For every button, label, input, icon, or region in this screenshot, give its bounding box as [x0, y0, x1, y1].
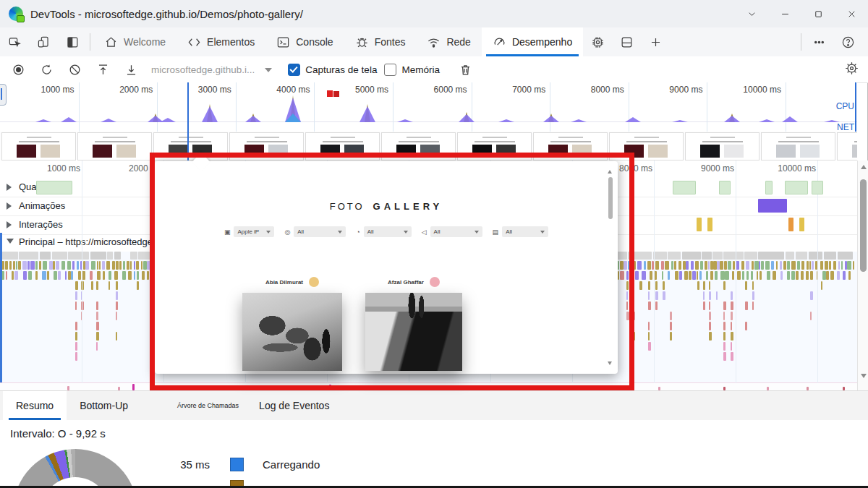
flame-bar	[119, 261, 122, 270]
flame-bar	[847, 261, 851, 270]
more-tools-add-button[interactable]	[641, 27, 670, 56]
scrollbar-thumb[interactable]	[860, 179, 867, 272]
decor	[399, 141, 439, 142]
flame-bar	[130, 261, 132, 270]
tab-welcome[interactable]: Welcome	[93, 27, 176, 56]
task-bar	[682, 252, 701, 260]
filter-icon: ▣	[224, 228, 231, 236]
flame-bar	[752, 261, 754, 270]
filmstrip-thumbnail[interactable]	[229, 132, 304, 160]
tab-summary[interactable]: Resumo	[3, 391, 67, 420]
expand-arrow-icon[interactable]	[7, 184, 12, 191]
flame-bar	[85, 261, 89, 270]
flame-bar	[809, 261, 812, 270]
inspect-element-button[interactable]	[0, 27, 29, 56]
timeline-overview[interactable]: CPU NET 1000 ms2000 ms3000 ms4000 ms5000…	[0, 82, 857, 132]
close-button[interactable]	[835, 0, 868, 27]
clear-recording-button[interactable]	[68, 63, 82, 77]
expand-arrow-icon[interactable]	[7, 221, 12, 228]
interaction-mark	[799, 218, 804, 231]
filmstrip-thumbnail[interactable]	[457, 132, 532, 160]
filter-icon: ◁	[422, 228, 427, 236]
filmstrip-thumbnail[interactable]	[533, 132, 608, 160]
cpu-track-label: CPU	[836, 101, 854, 111]
filmstrip-thumbnail[interactable]	[761, 132, 835, 160]
flame-bar	[122, 271, 126, 280]
flame-bar	[801, 271, 804, 280]
tab-call-tree[interactable]: Árvore de Chamadas	[170, 391, 246, 420]
delete-recording-button[interactable]	[459, 63, 472, 77]
flame-bar	[620, 261, 623, 270]
filmstrip-thumbnail[interactable]	[609, 132, 684, 160]
maximize-button[interactable]	[801, 0, 835, 27]
flame-bar	[670, 332, 672, 341]
reload-and-record-button[interactable]	[40, 63, 54, 77]
decor	[854, 141, 858, 142]
dock-options-chevron-button[interactable]	[735, 0, 768, 27]
flame-bar	[14, 271, 18, 280]
filmstrip-thumbnail[interactable]	[153, 132, 228, 160]
tab-bottom-up[interactable]: Bottom-Up	[67, 391, 141, 420]
flame-bar	[776, 261, 778, 270]
tab-event-log[interactable]: Log de Eventos	[246, 391, 342, 420]
scroll-up-icon[interactable]	[861, 165, 867, 169]
filmstrip-thumbnail[interactable]	[685, 132, 760, 160]
memory-checkbox[interactable]	[384, 64, 396, 76]
flame-bar	[127, 261, 130, 270]
profile-url-select[interactable]: microsoftedge.github.i...	[151, 64, 255, 75]
save-profile-button[interactable]	[124, 63, 138, 77]
decor	[344, 145, 364, 158]
activity-bar-toggle-button[interactable]	[58, 27, 87, 56]
timeline-playhead[interactable]	[187, 82, 189, 160]
gear-icon	[844, 61, 859, 76]
screenshots-checkbox[interactable]	[288, 64, 300, 76]
filmstrip-thumbnail[interactable]	[837, 132, 857, 160]
decor	[17, 145, 36, 158]
flame-bar	[116, 261, 119, 270]
timeline-tick-label: 2000 ms	[104, 163, 162, 174]
tracks-scrollbar[interactable]	[857, 160, 868, 390]
gridline	[314, 82, 315, 132]
filmstrip-thumbnail[interactable]	[381, 132, 456, 160]
flame-bar	[632, 291, 634, 300]
minimize-icon	[780, 9, 791, 20]
load-profile-button[interactable]	[96, 63, 110, 77]
photo-shadows	[365, 293, 462, 371]
selection-right-edge[interactable]	[855, 82, 856, 132]
flame-bar	[787, 261, 789, 270]
decor	[482, 137, 507, 138]
tab-sources[interactable]: Fontes	[344, 27, 417, 56]
decor	[475, 141, 515, 142]
cpu-activity-peak	[459, 114, 475, 122]
task-bar	[114, 252, 121, 260]
legend-row: 35 msCarregando	[166, 458, 320, 471]
selection-left-handle[interactable]	[0, 84, 7, 106]
custom-devices-button[interactable]	[583, 27, 612, 56]
flame-bar	[5, 261, 7, 270]
device-emulation-icon	[37, 35, 51, 49]
help-button[interactable]	[833, 35, 862, 49]
preview-filter-bar: ▣Apple iP◎All◔All◁All▤All	[155, 226, 618, 237]
minimize-button[interactable]	[768, 0, 801, 27]
filmstrip-thumbnail[interactable]	[77, 132, 152, 160]
record-button[interactable]	[12, 63, 25, 77]
tab-console[interactable]: Console	[265, 27, 344, 56]
tab-elements[interactable]: Elementos	[176, 27, 265, 56]
capture-settings-button[interactable]	[844, 61, 859, 78]
filmstrip-thumbnail[interactable]	[1, 132, 76, 160]
scroll-down-icon[interactable]	[861, 374, 867, 378]
dropdown-caret-icon[interactable]	[265, 68, 272, 76]
dock-layout-button[interactable]	[612, 27, 641, 56]
collapse-arrow-icon[interactable]	[7, 239, 14, 244]
flame-bar	[637, 261, 642, 270]
expand-arrow-icon[interactable]	[7, 202, 12, 210]
filmstrip-thumbnail[interactable]	[305, 132, 380, 160]
customize-devtools-button[interactable]	[804, 35, 833, 49]
device-emulation-button[interactable]	[29, 27, 58, 56]
preview-filter: ◔All	[356, 226, 411, 237]
tab-performance[interactable]: Desempenho	[482, 27, 583, 56]
frame-block	[36, 181, 72, 194]
flame-bar	[723, 322, 726, 330]
tab-network[interactable]: Rede	[416, 27, 481, 56]
flame-bar	[6, 271, 7, 280]
